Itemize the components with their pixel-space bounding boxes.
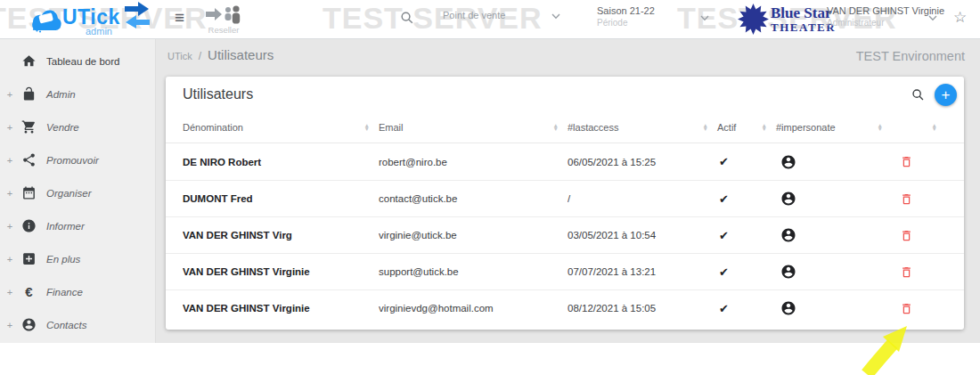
- calendar-icon: [21, 185, 37, 200]
- info-icon: [21, 218, 37, 233]
- user-menu[interactable]: VAN DER GHINST Virginie Administrateur: [827, 5, 944, 28]
- column-actif: Actif ▲▼: [717, 122, 776, 133]
- active-check-icon: ✔: [717, 229, 729, 242]
- user-denomination: VAN DER GHINST Virginie: [183, 266, 379, 277]
- sidebar-item-organiser[interactable]: +Organiser: [0, 176, 155, 209]
- breadcrumb-root-link[interactable]: UTick: [167, 51, 192, 61]
- search-icon[interactable]: [911, 88, 925, 102]
- point-of-sale-select[interactable]: Point de vente: [443, 6, 568, 31]
- sidebar-item-label: Organiser: [46, 188, 92, 199]
- sidebar-item-label: Tableau de bord: [46, 56, 119, 67]
- user-denomination: VAN DER GHINST Virg: [183, 230, 379, 240]
- sidebar-item-label: Finance: [46, 287, 83, 298]
- sidebar-item-en-plus[interactable]: +En plus: [0, 242, 155, 275]
- sort-icon[interactable]: ▲▼: [703, 124, 708, 132]
- table-row: VAN DER GHINST Virginievirginievdg@hotma…: [166, 289, 964, 326]
- user-lastaccess: /: [568, 193, 717, 204]
- sidebar-item-informer[interactable]: +Informer: [0, 209, 155, 242]
- sort-icon[interactable]: ▲▼: [762, 124, 767, 132]
- sidebar-item-label: Vendre: [46, 122, 79, 133]
- user-lastaccess: 07/07/2021 à 13:21: [568, 266, 717, 277]
- expand-plus-icon[interactable]: +: [0, 155, 16, 166]
- sidebar-item-admin[interactable]: +Admin: [0, 77, 155, 110]
- users-card: Utilisateurs + Dénomination ▲▼ Email ▲▼ …: [166, 77, 964, 330]
- column-label: #impersonate: [776, 122, 836, 133]
- sidebar-item-label: En plus: [46, 254, 80, 265]
- logo-arrows-icon: [125, 2, 150, 29]
- chevron-down-icon[interactable]: [928, 15, 937, 21]
- chevron-down-icon[interactable]: [700, 15, 709, 21]
- expand-plus-icon[interactable]: +: [0, 320, 16, 330]
- add-user-button[interactable]: +: [935, 84, 957, 106]
- active-check-icon: ✔: [717, 192, 729, 206]
- column-label: Email: [379, 122, 404, 133]
- sidebar-item-contacts[interactable]: +Contacts: [0, 308, 155, 341]
- sidebar-item-label: Contacts: [46, 320, 86, 330]
- column-label: Dénomination: [183, 122, 243, 133]
- column-denomination: Dénomination ▲▼: [183, 122, 379, 133]
- column-actions: ▲▼: [892, 124, 953, 132]
- user-denomination: VAN DER GHINST Virginie: [183, 303, 379, 314]
- user-email: virginie@utick.be: [379, 230, 568, 240]
- home-icon: [21, 53, 37, 69]
- delete-icon[interactable]: [900, 192, 913, 206]
- theater-logo: Blue Star THEATER: [737, 3, 826, 37]
- sort-icon[interactable]: ▲▼: [553, 124, 559, 132]
- column-lastaccess: #lastaccess ▲▼: [568, 122, 717, 133]
- sort-icon[interactable]: ▲▼: [364, 124, 370, 132]
- sidebar-item-finance[interactable]: +€Finance: [0, 275, 155, 308]
- menu-icon[interactable]: ≡: [175, 8, 184, 28]
- active-check-icon: ✔: [717, 265, 729, 279]
- reseller-icon: [204, 4, 243, 24]
- expand-plus-icon[interactable]: +: [0, 188, 16, 199]
- expand-plus-icon[interactable]: +: [0, 287, 16, 298]
- expand-plus-icon[interactable]: +: [0, 89, 16, 100]
- active-check-icon: ✔: [717, 155, 729, 168]
- table-row: VAN DER GHINST Virginiesupport@utick.be0…: [166, 253, 964, 289]
- delete-icon[interactable]: [900, 229, 913, 242]
- user-role: Administrateur: [827, 18, 944, 28]
- sidebar-item-promouvoir[interactable]: +Promouvoir: [0, 143, 155, 176]
- sort-icon[interactable]: ▲▼: [878, 124, 883, 132]
- user-lastaccess: 08/12/2021 à 15:05: [568, 303, 717, 314]
- reseller-button[interactable]: Reseller: [203, 4, 244, 35]
- card-title: Utilisateurs: [183, 86, 253, 102]
- euro-icon: €: [21, 284, 37, 299]
- impersonate-icon[interactable]: [780, 264, 796, 280]
- delete-icon[interactable]: [900, 265, 913, 279]
- expand-plus-icon[interactable]: +: [0, 221, 16, 232]
- breadcrumb-separator: /: [199, 50, 201, 62]
- table-header-row: Dénomination ▲▼ Email ▲▼ #lastaccess ▲▼ …: [166, 112, 964, 143]
- expand-plus-icon[interactable]: +: [0, 122, 16, 133]
- sidebar-item-vendre[interactable]: +Vendre: [0, 110, 155, 143]
- sidebar-item-tableau-de-bord[interactable]: Tableau de bord: [0, 45, 155, 77]
- user-lastaccess: 03/05/2021 à 10:54: [568, 230, 717, 240]
- main-content: UTick / Utilisateurs TEST Environment Ut…: [156, 38, 980, 343]
- utick-logo[interactable]: UTick admin: [25, 2, 167, 37]
- environment-label: TEST Environment: [856, 49, 965, 63]
- impersonate-icon[interactable]: [780, 227, 796, 243]
- table-row: DE NIRO Robertrobert@niro.be06/05/2021 à…: [166, 143, 964, 180]
- cloud-logo-icon: [25, 5, 66, 34]
- breadcrumb: UTick / Utilisateurs: [167, 47, 274, 62]
- active-check-icon: ✔: [717, 302, 729, 315]
- user-email: robert@niro.be: [379, 157, 568, 167]
- table-body: DE NIRO Robertrobert@niro.be06/05/2021 à…: [166, 143, 964, 326]
- lock-open-icon: [21, 86, 37, 102]
- search-icon[interactable]: [400, 11, 414, 25]
- expand-plus-icon[interactable]: +: [0, 254, 16, 265]
- user-email: contact@utick.be: [379, 193, 568, 204]
- delete-icon[interactable]: [900, 302, 913, 315]
- sort-icon[interactable]: ▲▼: [932, 124, 937, 132]
- season-select[interactable]: Saison 21-22 Période: [597, 5, 655, 28]
- chevron-down-icon: [551, 13, 560, 20]
- sidebar-item-label: Promouvoir: [46, 155, 99, 166]
- delete-icon[interactable]: [900, 155, 913, 168]
- impersonate-icon[interactable]: [780, 154, 796, 170]
- period-label: Période: [597, 18, 655, 28]
- favorite-star-icon[interactable]: ☆: [953, 8, 967, 27]
- impersonate-icon[interactable]: [780, 300, 796, 316]
- impersonate-icon[interactable]: [780, 191, 796, 207]
- starburst-icon: [737, 3, 770, 36]
- user-email: support@utick.be: [379, 266, 568, 277]
